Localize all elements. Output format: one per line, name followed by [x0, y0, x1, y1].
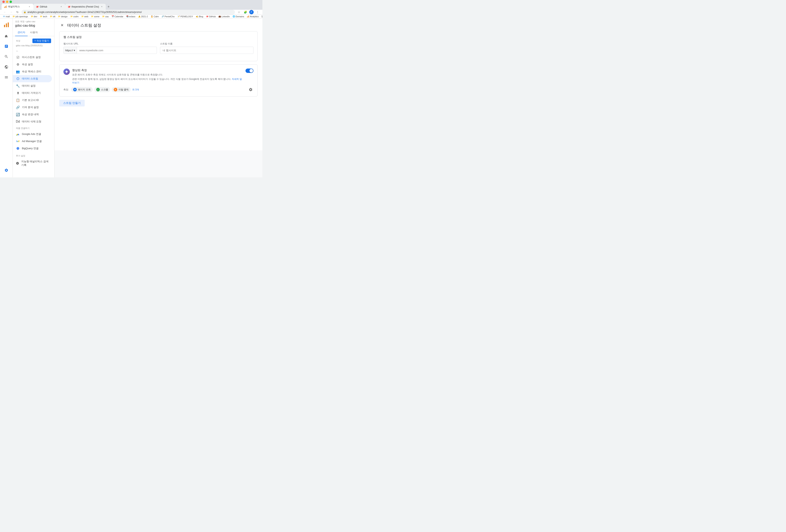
tab-user[interactable]: 사용자 [28, 29, 40, 36]
tab-title-analytics: 애널리틱스 [8, 5, 27, 8]
ad-manager-label: Ad Manager 연결 [22, 140, 42, 143]
profile-button[interactable]: P [249, 10, 254, 14]
nav-icon-list[interactable] [2, 73, 11, 82]
new-tab-button[interactable]: + [106, 4, 111, 10]
bookmark-tech[interactable]: 📁 tech [39, 15, 48, 18]
scroll-icon: ↕ [96, 88, 100, 91]
measurement-desc2: 관련 이벤트와 함께 링크, 삽입된 동영상 등의 페이지 요소에서 데이터가 … [72, 77, 243, 84]
bookmark-domains[interactable]: 🌐 Domains [231, 15, 245, 18]
bookmark-job[interactable]: 📁 job openings [11, 15, 29, 18]
sidebar-bigquery[interactable]: BigQuery 연결 [13, 145, 54, 152]
sidebar-item-audience-manager[interactable]: 👥 속성 액세스 관리 [13, 68, 52, 75]
create-stream-button[interactable]: 스트림 만들기 [59, 100, 85, 106]
add-property-button[interactable]: + 속성 만들기 [32, 39, 51, 43]
url-input[interactable] [77, 47, 157, 54]
sidebar-item-property-settings[interactable]: ⚙ 속성 설정 [13, 61, 52, 68]
menu-button[interactable]: ⋮ [255, 10, 260, 15]
sidebar-item-report-label: 기본 보고서 ID [22, 98, 39, 102]
browser-tab-penielcho[interactable]: 🐙 thepenielcho (Peniel Cho) × [65, 4, 106, 10]
address-bar[interactable]: 🔒 analytics.google.com/analytics/web/pro… [21, 10, 235, 15]
measurement-header: 향상된 측정 표준 페이지 조회수 측정 외에도 사이트의 상호작용 및 콘텐츠… [63, 69, 253, 84]
sidebar-item-data-settings-label: 데이터 설정 [22, 84, 36, 88]
sidebar-item-attribution[interactable]: 🔗 기여 분석 설정 [13, 104, 52, 111]
bookmark-mail[interactable]: 📧 mail [2, 15, 11, 18]
svg-rect-5 [249, 16, 249, 18]
sidebar-item-data-import[interactable]: ⬆ 데이터 가져오기 [13, 89, 52, 97]
protocol-select[interactable]: https:// ▾ [64, 47, 77, 54]
nav-icon-home[interactable] [2, 31, 11, 41]
bookmark-linkedin[interactable]: 💼 LinkedIn [217, 15, 231, 18]
tab-close-penielcho[interactable]: × [100, 5, 103, 8]
tab-close-analytics[interactable]: × [28, 5, 31, 8]
protocol-chevron-icon: ▾ [74, 49, 75, 52]
sidebar-google-ads[interactable]: Google Ads 연결 [13, 130, 54, 138]
sidebar-back-button[interactable]: ← [13, 48, 54, 54]
sidebar-ad-manager[interactable]: Ad Manager 연결 [13, 138, 54, 145]
bookmark-some[interactable]: 📁 some [90, 15, 100, 18]
google-ads-icon [16, 132, 20, 136]
enhanced-measurement-toggle[interactable] [246, 69, 253, 73]
browser-tab-github[interactable]: 🐙 GitHub × [33, 4, 65, 10]
tab-close-github[interactable]: × [60, 5, 63, 8]
dev-icon: 📁 [31, 15, 33, 18]
ad-manager-icon [16, 139, 20, 143]
sidebar-item-delete-data[interactable]: Dd 데이터 삭제 요청 [13, 118, 52, 125]
more-tags-link[interactable]: 외 3개 [132, 88, 139, 91]
minimize-button[interactable] [6, 1, 8, 3]
bookmark-github[interactable]: 🐙 GitHub [205, 15, 217, 18]
tag-scroll: ↕ 스크롤 [94, 87, 110, 92]
bookmark-blog[interactable]: ✍️ Blog [194, 15, 204, 18]
sidebar-item-report-id[interactable]: 📋 기본 보고서 ID [13, 97, 52, 104]
bookmark-2021[interactable]: ⚠️ 2021-2 [137, 15, 149, 18]
csdm-icon: 📁 [70, 15, 73, 18]
extensions-button[interactable]: 🧩 [243, 10, 248, 15]
extra-settings-title: 추가 설정 [13, 152, 54, 158]
maximize-button[interactable] [9, 1, 12, 3]
forward-button[interactable]: → [9, 10, 14, 15]
bookmark-csdm[interactable]: 📁 csdm [69, 15, 80, 18]
tab-title-penielcho: thepenielcho (Peniel Cho) [72, 5, 99, 8]
github-favicon: 🐙 [36, 5, 39, 8]
back-arrow-icon: ← [16, 49, 19, 52]
refresh-button[interactable]: ↻ [15, 10, 20, 15]
sidebar-item-data-settings[interactable]: 🔧 데이터 설정 [13, 82, 52, 89]
sidebar-item-assistant-label: 어시스턴트 설정 [22, 55, 41, 59]
bookmark-dev[interactable]: 📁 dev [30, 15, 39, 18]
bookmark-penielcho[interactable]: 🔗 PenielCho [160, 15, 176, 18]
bookmark-design[interactable]: 📁 design [57, 15, 69, 18]
app-logo[interactable] [2, 20, 11, 30]
bookmark-button[interactable]: ☆ [236, 10, 241, 15]
bookmark-reading-list[interactable]: 읽기 목록 [260, 15, 262, 19]
tag-click-label: 이탈 클릭 [118, 88, 129, 91]
sidebar-item-ai-analytics[interactable]: 지능형 애널리틱스 검색 기록 [13, 158, 52, 168]
nav-icon-search[interactable] [2, 52, 11, 62]
sidebar-item-assistant[interactable]: ☑ 어시스턴트 설정 [13, 54, 52, 61]
bookmark-web[interactable]: 📁 web [80, 15, 89, 18]
people-icon: 👥 [16, 70, 20, 73]
bookmark-calendar[interactable]: 📅 Calendar [110, 15, 125, 18]
nav-icon-reports[interactable] [2, 42, 11, 51]
tag-settings-button[interactable] [248, 87, 253, 92]
bookmark-penielogy[interactable]: 📝 PENIELOGY [176, 15, 194, 18]
delete-icon: Dd [16, 120, 20, 124]
bookmarks-bar: 📧 mail 📁 job openings 📁 dev 📁 tech 📁 ott… [0, 15, 262, 19]
bookmark-analytics[interactable]: Analytics [246, 15, 260, 18]
bookmark-cau[interactable]: 📁 cau [101, 15, 110, 18]
dialog-close-button[interactable]: ✕ [59, 22, 65, 28]
stream-name-input[interactable] [160, 47, 253, 54]
main-content: ✕ 데이터 스트림 설정 웹 스트림 설정 웹사이트 URL https:// … [54, 19, 262, 177]
sidebar-item-change-history[interactable]: 🔄 속성 변경 내역 [13, 111, 52, 118]
back-button[interactable]: ← [2, 10, 7, 15]
tab-admin[interactable]: 관리자 [15, 29, 28, 36]
bookmark-calm[interactable]: 🧘 Calm [149, 15, 160, 18]
browser-tab-analytics[interactable]: 애널리틱스 × [2, 4, 33, 10]
bookmark-eclass[interactable]: 📚 eclass [125, 15, 137, 18]
close-button[interactable] [2, 1, 5, 3]
sidebar-item-data-streams[interactable]: 데이터 스트림 [13, 75, 52, 82]
nav-icon-settings[interactable] [2, 166, 11, 175]
nav-icon-explore[interactable] [2, 62, 11, 72]
dialog-header: ✕ 데이터 스트림 설정 [54, 19, 262, 31]
measurement-label: 측정: [63, 88, 69, 91]
bookmark-ott[interactable]: 📁 ott [49, 15, 56, 18]
svg-rect-2 [6, 5, 6, 8]
